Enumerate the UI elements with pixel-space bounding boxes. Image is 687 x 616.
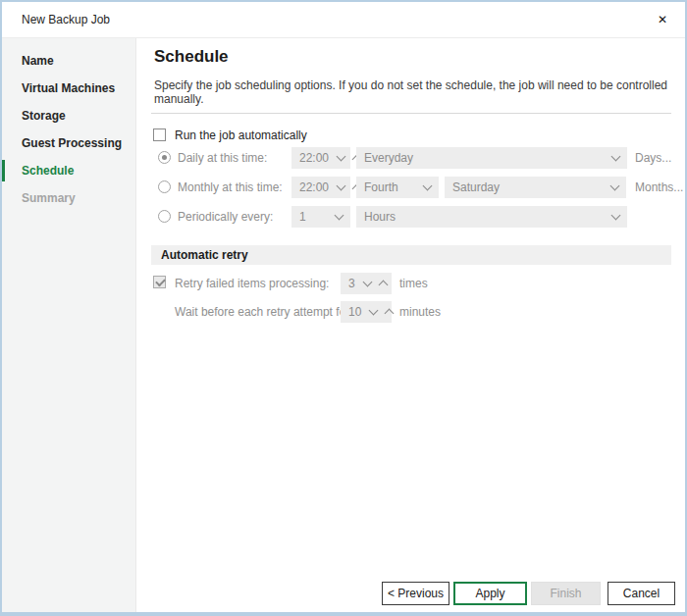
- daily-label: Daily at this time:: [178, 147, 267, 169]
- sidebar-item-label: Schedule: [22, 164, 74, 178]
- sidebar-item-label: Summary: [22, 191, 76, 205]
- spinner-up-icon[interactable]: [378, 281, 388, 290]
- title-bar: New Backup Job ✕: [2, 2, 685, 38]
- retry-count-label: Retry failed items processing:: [175, 273, 329, 294]
- monthly-weekday-dropdown[interactable]: Saturday: [445, 177, 626, 198]
- periodic-schedule-row: Periodically every: 1 Hours: [137, 206, 685, 228]
- sidebar-item-summary: Summary: [2, 184, 135, 212]
- page-title: Schedule: [154, 47, 229, 67]
- retry-count-value: 3: [348, 277, 355, 290]
- days-button[interactable]: Days...: [635, 147, 671, 169]
- daily-radio[interactable]: [158, 151, 171, 164]
- retry-count-unit: times: [399, 273, 428, 294]
- sidebar-item-virtual-machines[interactable]: Virtual Machines: [2, 75, 135, 102]
- daily-time-spinner[interactable]: 22:00: [291, 147, 350, 169]
- run-automatically-label: Run the job automatically: [175, 126, 307, 146]
- close-icon[interactable]: ✕: [652, 9, 673, 30]
- sidebar-item-label: Storage: [22, 109, 66, 123]
- monthly-ordinal-dropdown[interactable]: Fourth: [356, 177, 439, 198]
- retry-wait-value: 10: [348, 305, 361, 319]
- periodic-interval-value: 1: [299, 210, 306, 224]
- retry-enabled-checkbox[interactable]: [153, 276, 166, 288]
- retry-wait-label: Wait before each retry attempt for:: [175, 301, 353, 323]
- run-automatically-row: Run the job automatically: [137, 126, 685, 147]
- sidebar-item-schedule[interactable]: Schedule: [2, 157, 135, 184]
- spinner-up-icon[interactable]: [385, 309, 395, 319]
- daily-frequency-value: Everyday: [364, 151, 413, 165]
- chevron-down-icon: [335, 211, 344, 221]
- periodically-radio[interactable]: [158, 210, 171, 223]
- schedule-step-panel: Schedule Specify the job scheduling opti…: [137, 38, 685, 612]
- monthly-ordinal-value: Fourth: [364, 180, 398, 194]
- sidebar-item-guest-processing[interactable]: Guest Processing: [2, 129, 135, 157]
- retry-count-row: Retry failed items processing: 3 times: [137, 273, 685, 294]
- spinner-down-icon[interactable]: [337, 152, 346, 162]
- chevron-down-icon: [611, 152, 621, 162]
- apply-button[interactable]: Apply: [453, 582, 527, 605]
- chevron-down-icon: [423, 181, 433, 191]
- retry-count-spinner[interactable]: 3: [341, 273, 392, 294]
- monthly-radio[interactable]: [158, 180, 171, 193]
- divider: [151, 113, 671, 114]
- periodic-unit-value: Hours: [364, 210, 396, 224]
- sidebar-item-label: Name: [22, 54, 54, 68]
- cancel-button[interactable]: Cancel: [608, 582, 675, 605]
- retry-wait-unit: minutes: [399, 301, 441, 323]
- sidebar-item-label: Virtual Machines: [22, 81, 115, 95]
- window-title: New Backup Job: [22, 2, 110, 37]
- finish-button[interactable]: Finish: [531, 582, 601, 605]
- monthly-weekday-value: Saturday: [452, 180, 500, 194]
- new-backup-job-dialog: New Backup Job ✕ Name Virtual Machines S…: [0, 0, 687, 616]
- chevron-down-icon: [611, 211, 621, 221]
- previous-button[interactable]: < Previous: [382, 582, 449, 605]
- monthly-label: Monthly at this time:: [178, 177, 283, 198]
- monthly-time-value: 22:00: [299, 180, 329, 194]
- page-description: Specify the job scheduling options. If y…: [154, 78, 685, 106]
- monthly-schedule-row: Monthly at this time: 22:00 Fourth Satur…: [137, 177, 685, 198]
- daily-time-value: 22:00: [299, 151, 329, 165]
- periodic-interval-dropdown[interactable]: 1: [291, 206, 350, 228]
- spinner-down-icon[interactable]: [362, 278, 372, 287]
- periodically-label: Periodically every:: [178, 206, 273, 228]
- wizard-steps-sidebar: Name Virtual Machines Storage Guest Proc…: [2, 38, 136, 612]
- months-button[interactable]: Months...: [635, 177, 683, 198]
- sidebar-item-name[interactable]: Name: [2, 47, 135, 75]
- spinner-down-icon[interactable]: [369, 306, 379, 316]
- monthly-time-spinner[interactable]: 22:00: [291, 177, 350, 198]
- daily-schedule-row: Daily at this time: 22:00 Everyday Days.…: [137, 147, 685, 169]
- sidebar-item-storage[interactable]: Storage: [2, 102, 135, 129]
- run-automatically-checkbox[interactable]: [153, 128, 166, 141]
- daily-frequency-dropdown[interactable]: Everyday: [356, 147, 627, 169]
- periodic-unit-dropdown[interactable]: Hours: [356, 206, 627, 228]
- sidebar-item-label: Guest Processing: [22, 136, 122, 150]
- spinner-down-icon[interactable]: [337, 181, 346, 191]
- chevron-down-icon: [610, 181, 620, 191]
- retry-wait-row: Wait before each retry attempt for: 10 m…: [137, 301, 685, 323]
- retry-wait-spinner[interactable]: 10: [341, 301, 392, 323]
- automatic-retry-section-header: Automatic retry: [151, 245, 671, 265]
